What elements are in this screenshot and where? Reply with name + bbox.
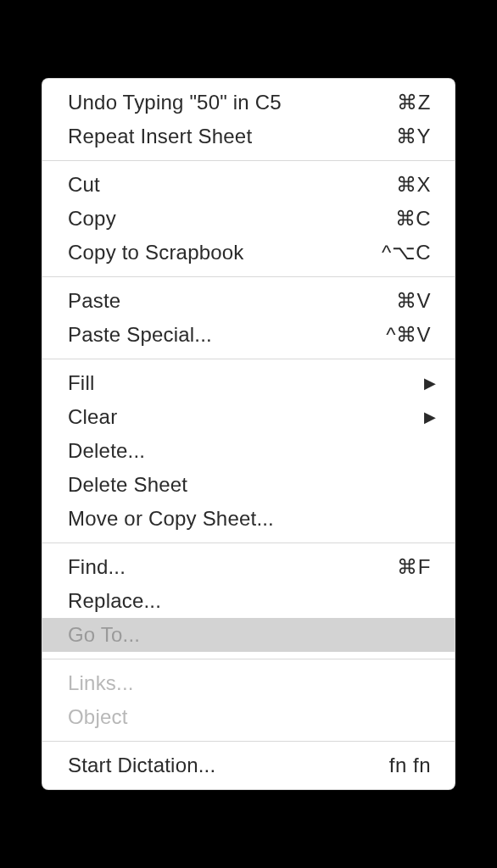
- menu-item-repeat[interactable]: Repeat Insert Sheet ⌘Y: [42, 120, 455, 153]
- menu-separator: [42, 160, 455, 161]
- menu-label: Start Dictation...: [68, 754, 389, 777]
- menu-item-start-dictation[interactable]: Start Dictation... fn fn: [42, 748, 455, 782]
- menu-shortcut: ⌘F: [397, 555, 431, 579]
- menu-item-move-copy-sheet[interactable]: Move or Copy Sheet...: [42, 502, 455, 536]
- menu-label: Copy to Scrapbook: [68, 241, 382, 264]
- menu-shortcut: ⌘C: [395, 207, 431, 231]
- menu-shortcut: ⌘V: [396, 289, 431, 313]
- menu-label: Copy: [68, 207, 395, 231]
- menu-shortcut: ^⌥C: [382, 241, 431, 264]
- menu-item-clear[interactable]: Clear ▶: [42, 400, 455, 434]
- menu-item-go-to[interactable]: Go To...: [42, 618, 455, 652]
- menu-label: Move or Copy Sheet...: [68, 507, 431, 531]
- menu-label: Links...: [68, 671, 431, 695]
- menu-item-delete[interactable]: Delete...: [42, 434, 455, 468]
- menu-item-paste-special[interactable]: Paste Special... ^⌘V: [42, 318, 455, 352]
- submenu-arrow-icon: ▶: [424, 408, 436, 426]
- menu-item-replace[interactable]: Replace...: [42, 584, 455, 618]
- menu-label: Replace...: [68, 589, 431, 613]
- menu-label: Undo Typing "50" in C5: [68, 91, 397, 114]
- menu-item-links: Links...: [42, 666, 455, 700]
- menu-item-find[interactable]: Find... ⌘F: [42, 550, 455, 584]
- menu-label: Cut: [68, 173, 396, 197]
- edit-menu: Undo Typing "50" in C5 ⌘Z Repeat Insert …: [42, 78, 455, 790]
- menu-separator: [42, 659, 455, 659]
- menu-item-object: Object: [42, 700, 455, 734]
- menu-shortcut: ⌘Z: [397, 91, 431, 114]
- menu-separator: [42, 741, 455, 742]
- menu-item-delete-sheet[interactable]: Delete Sheet: [42, 468, 455, 502]
- menu-label: Go To...: [68, 623, 431, 647]
- menu-item-cut[interactable]: Cut ⌘X: [42, 168, 455, 202]
- menu-label: Delete...: [68, 439, 431, 463]
- menu-item-paste[interactable]: Paste ⌘V: [42, 284, 455, 318]
- menu-label: Clear: [68, 405, 424, 429]
- menu-label: Object: [68, 705, 431, 729]
- menu-separator: [42, 359, 455, 359]
- menu-label: Delete Sheet: [68, 473, 431, 497]
- submenu-arrow-icon: ▶: [424, 374, 436, 392]
- menu-label: Paste Special...: [68, 323, 386, 347]
- menu-shortcut: ^⌘V: [386, 323, 431, 347]
- menu-separator: [42, 542, 455, 543]
- menu-item-copy[interactable]: Copy ⌘C: [42, 202, 455, 236]
- menu-label: Find...: [68, 555, 397, 579]
- menu-separator: [42, 276, 455, 277]
- menu-label: Fill: [68, 371, 424, 395]
- menu-item-undo[interactable]: Undo Typing "50" in C5 ⌘Z: [42, 86, 455, 120]
- menu-shortcut: fn fn: [389, 754, 431, 777]
- menu-label: Repeat Insert Sheet: [68, 125, 396, 148]
- menu-shortcut: ⌘Y: [396, 125, 431, 148]
- menu-label: Paste: [68, 289, 396, 313]
- menu-item-fill[interactable]: Fill ▶: [42, 366, 455, 400]
- menu-shortcut: ⌘X: [396, 173, 431, 197]
- menu-item-copy-scrapbook[interactable]: Copy to Scrapbook ^⌥C: [42, 236, 455, 270]
